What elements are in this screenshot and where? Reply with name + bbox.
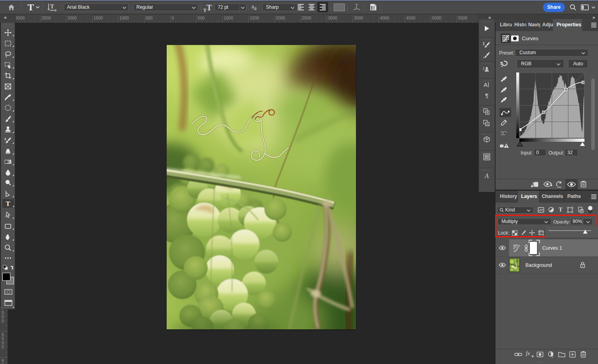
svg-text:0: 0 [172, 16, 174, 20]
svg-text:T: T [355, 3, 358, 9]
svg-text:1500: 1500 [250, 16, 260, 20]
svg-text:T: T [50, 4, 54, 10]
svg-text:A: A [486, 122, 488, 126]
svg-text:1000: 1000 [224, 16, 233, 20]
svg-text:3500: 3500 [354, 16, 364, 20]
svg-text:1000: 1000 [120, 16, 129, 20]
svg-text:0: 0 [2, 344, 4, 349]
svg-text:5000: 5000 [432, 16, 442, 20]
svg-text:4000: 4000 [380, 16, 389, 20]
svg-text:4500: 4500 [406, 16, 416, 20]
svg-text:3000: 3000 [16, 16, 25, 20]
svg-text:0: 0 [2, 319, 4, 323]
svg-text:A: A [484, 172, 489, 179]
svg-text:2500: 2500 [302, 16, 311, 20]
svg-text:1500: 1500 [94, 16, 103, 20]
svg-text:5500: 5500 [458, 16, 468, 20]
svg-text:¶: ¶ [486, 111, 488, 115]
svg-text:2000: 2000 [276, 16, 285, 20]
svg-text:A: A [484, 82, 488, 88]
svg-text:3000: 3000 [328, 16, 338, 20]
svg-text:¶: ¶ [485, 92, 488, 99]
svg-text:500: 500 [146, 16, 153, 20]
svg-text:2500: 2500 [41, 16, 51, 20]
svg-text:500: 500 [198, 16, 205, 20]
svg-text:2000: 2000 [67, 16, 77, 20]
svg-text:T: T [6, 200, 10, 207]
svg-text:0: 0 [2, 362, 4, 364]
